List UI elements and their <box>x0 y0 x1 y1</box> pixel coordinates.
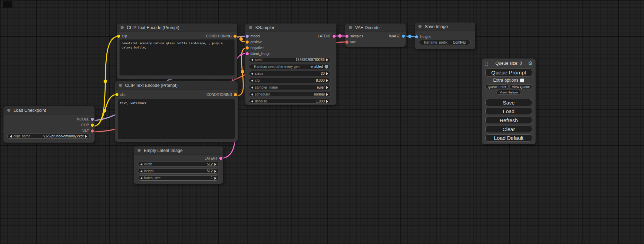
input-samples[interactable]: samples <box>345 34 363 39</box>
output-latent[interactable]: LATENT <box>318 34 336 39</box>
refresh-button[interactable]: Refresh <box>485 117 532 124</box>
node-titlebar[interactable]: VAE Decode <box>345 24 406 32</box>
settings-gear-icon[interactable]: ⚙ <box>528 60 533 66</box>
queue-front-button[interactable]: Queue Front <box>485 84 509 89</box>
cfg-widget[interactable]: cfg 8.000 <box>249 78 331 83</box>
output-vae[interactable]: VAE <box>82 128 94 134</box>
view-history-button[interactable]: View History <box>496 90 521 94</box>
clip-port-dot[interactable] <box>115 93 118 96</box>
node-titlebar[interactable]: Save Image <box>415 22 475 31</box>
input-images[interactable]: images <box>415 34 431 39</box>
clear-button[interactable]: Clear <box>485 126 532 133</box>
comfyui-canvas[interactable]: { "nodes": { "load_checkpoint": { "title… <box>0 0 644 244</box>
decrement-arrow-icon[interactable] <box>251 79 253 82</box>
node-load-checkpoint-titlebar[interactable]: Load Checkpoint <box>3 106 95 115</box>
denoise-widget[interactable]: denoise 1.000 <box>249 99 331 104</box>
clip-port-dot[interactable] <box>91 124 94 127</box>
sampler-name-widget[interactable]: sampler_name euler <box>249 85 331 90</box>
decrement-arrow-icon[interactable] <box>251 58 253 61</box>
conditioning-port-dot[interactable] <box>234 93 237 96</box>
decrement-arrow-icon[interactable] <box>251 100 253 103</box>
output-image[interactable]: IMAGE <box>389 34 405 39</box>
image-port-dot[interactable] <box>402 35 405 38</box>
height-widget[interactable]: height 512 <box>138 169 219 174</box>
conditioning-port-dot[interactable] <box>246 40 249 44</box>
increment-arrow-icon[interactable] <box>214 177 217 180</box>
node-ksampler[interactable]: KSampler model positive negative latent_… <box>245 24 336 105</box>
collapse-dot-icon[interactable] <box>121 26 124 29</box>
ckpt-name-widget[interactable]: ckpt_name v1-5-pruned-emaonly.ckpt <box>7 134 90 139</box>
queue-prompt-button[interactable]: Queue Prompt <box>485 69 532 76</box>
input-latent-image[interactable]: latent_image <box>246 51 270 56</box>
vae-port-dot[interactable] <box>345 40 349 44</box>
batch-size-widget[interactable]: batch_size 1 <box>138 175 219 181</box>
load-default-button[interactable]: Load Default <box>485 134 532 142</box>
filename-prefix-widget[interactable]: filename_prefix ComfyUI <box>419 40 471 45</box>
output-conditioning[interactable]: CONDITIONING <box>206 34 237 39</box>
output-conditioning[interactable]: CONDITIONING <box>206 92 237 97</box>
input-clip[interactable]: clip <box>115 92 125 97</box>
node-titlebar[interactable]: CLIP Text Encode (Prompt) <box>115 81 238 90</box>
collapse-dot-icon[interactable] <box>349 26 352 29</box>
output-clip[interactable]: CLIP <box>81 123 94 128</box>
prev-arrow-icon[interactable] <box>10 135 12 138</box>
positive-prompt-textarea[interactable]: beautiful scenery nature glass bottle la… <box>120 39 235 75</box>
output-model[interactable]: MODEL <box>77 117 94 122</box>
steps-widget[interactable]: steps 20 <box>249 71 331 76</box>
node-save-image[interactable]: Save Image images filename_prefix ComfyU… <box>415 22 475 49</box>
seed-widget[interactable]: seed 156680208700286 <box>249 57 331 62</box>
next-arrow-icon[interactable] <box>85 135 87 138</box>
next-arrow-icon[interactable] <box>326 100 328 103</box>
latent-port-dot[interactable] <box>219 157 222 160</box>
model-port-dot[interactable] <box>91 118 94 121</box>
increment-arrow-icon[interactable] <box>326 79 328 82</box>
width-widget[interactable]: width 512 <box>138 162 219 167</box>
output-latent[interactable]: LATENT <box>204 156 222 161</box>
model-port-dot[interactable] <box>246 35 249 38</box>
node-titlebar[interactable]: KSampler <box>245 24 336 32</box>
decrement-arrow-icon[interactable] <box>140 163 142 166</box>
latent-port-dot[interactable] <box>246 52 249 55</box>
input-vae[interactable]: vae <box>345 39 356 45</box>
random-seed-toggle-widget[interactable]: Random seed after every gen enabled <box>249 64 331 69</box>
latent-port-dot[interactable] <box>345 35 349 38</box>
next-arrow-icon[interactable] <box>326 93 328 96</box>
collapse-dot-icon[interactable] <box>119 84 122 87</box>
increment-arrow-icon[interactable] <box>214 170 217 173</box>
toggle-knob-icon[interactable] <box>325 65 328 69</box>
collapse-dot-icon[interactable] <box>7 109 10 112</box>
increment-arrow-icon[interactable] <box>326 58 328 61</box>
increment-arrow-icon[interactable] <box>326 72 328 75</box>
node-titlebar[interactable]: CLIP Text Encode (Prompt) <box>117 24 237 32</box>
prev-arrow-icon[interactable] <box>251 86 253 89</box>
increment-arrow-icon[interactable] <box>214 163 217 166</box>
collapse-dot-icon[interactable] <box>138 149 141 152</box>
conditioning-port-dot[interactable] <box>233 35 237 38</box>
negative-prompt-textarea[interactable]: text, watermark <box>118 99 235 139</box>
collapse-dot-icon[interactable] <box>418 25 422 28</box>
next-arrow-icon[interactable] <box>326 86 328 89</box>
node-load-checkpoint[interactable]: Load Checkpoint MODEL CLIP VAE ckpt_name… <box>3 106 95 143</box>
node-vae-decode[interactable]: VAE Decode samples vae IMAGE <box>345 24 406 47</box>
view-queue-button[interactable]: View Queue <box>510 84 532 89</box>
input-positive[interactable]: positive <box>246 39 262 45</box>
vae-port-dot[interactable] <box>91 129 94 133</box>
prev-arrow-icon[interactable] <box>251 93 253 96</box>
extra-options-checkbox[interactable] <box>520 79 524 82</box>
image-port-dot[interactable] <box>415 35 418 38</box>
node-clip-text-encode-negative[interactable]: CLIP Text Encode (Prompt) clip CONDITION… <box>115 81 238 142</box>
scheduler-widget[interactable]: scheduler normal <box>249 92 331 97</box>
node-clip-text-encode-positive[interactable]: CLIP Text Encode (Prompt) clip CONDITION… <box>117 24 237 79</box>
node-empty-latent-image[interactable]: Empty Latent Image LATENT width 512 heig… <box>134 146 223 184</box>
input-clip[interactable]: clip <box>117 34 127 39</box>
input-model[interactable]: model <box>246 34 260 39</box>
decrement-arrow-icon[interactable] <box>251 72 253 75</box>
drag-handle-icon[interactable] <box>485 61 488 66</box>
decrement-arrow-icon[interactable] <box>140 170 142 173</box>
conditioning-port-dot[interactable] <box>246 46 249 49</box>
save-button[interactable]: Save <box>485 99 532 106</box>
clip-port-dot[interactable] <box>117 35 120 38</box>
latent-port-dot[interactable] <box>333 35 336 38</box>
input-negative[interactable]: negative <box>246 45 264 51</box>
node-titlebar[interactable]: Empty Latent Image <box>134 146 223 155</box>
